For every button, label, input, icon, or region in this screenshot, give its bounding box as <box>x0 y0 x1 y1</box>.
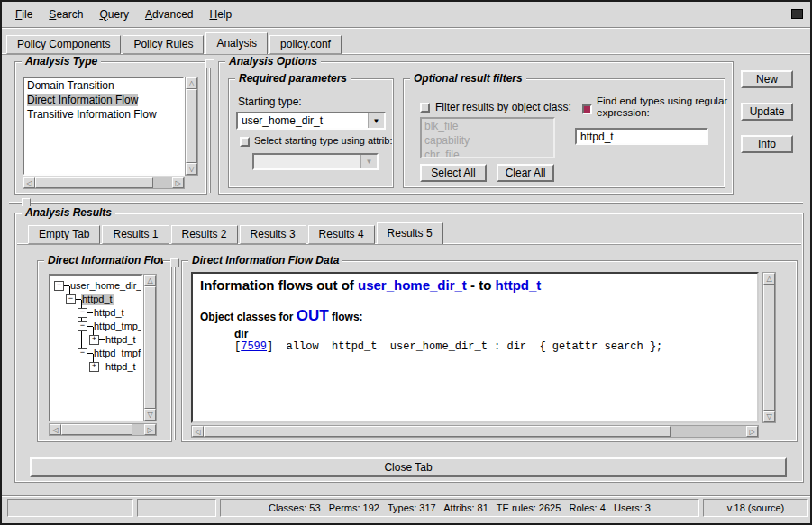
menu-item-advanced[interactable]: Advanced <box>137 5 201 23</box>
flow-data-vscrollbar[interactable]: △ ▽ <box>762 272 776 423</box>
tree-node-label[interactable]: httpd_t <box>93 307 125 319</box>
menu-item-help[interactable]: Help <box>201 5 240 23</box>
analysis-results-title: Analysis Results <box>22 206 115 219</box>
collapse-icon[interactable]: − <box>78 348 87 358</box>
info-button[interactable]: Info <box>741 135 793 153</box>
collapse-icon[interactable]: − <box>54 281 64 291</box>
tree-node-label[interactable]: httpd_tmp_t <box>93 321 143 332</box>
scroll-left-icon[interactable]: ◁ <box>23 177 35 188</box>
scroll-thumb[interactable] <box>186 89 197 163</box>
results-tab-results-1[interactable]: Results 1 <box>102 225 169 244</box>
regex-input[interactable]: httpd_t <box>575 128 708 145</box>
scroll-left-icon[interactable]: ◁ <box>192 426 204 437</box>
scroll-right-icon[interactable]: ▷ <box>172 177 184 188</box>
scroll-track[interactable] <box>186 89 197 163</box>
top-pane-sash-handle[interactable] <box>205 59 214 68</box>
analysis-type-hscrollbar[interactable]: ◁ ▷ <box>23 177 185 189</box>
analysis-type-listbox[interactable]: Domain TransitionDirect Information Flow… <box>23 77 185 176</box>
flow-header: Information flows out of user_home_dir_t… <box>200 277 750 293</box>
tab-policy-conf[interactable]: policy.conf <box>269 35 342 54</box>
results-tab-empty-tab[interactable]: Empty Tab <box>28 225 100 244</box>
flow-tree-hscrollbar[interactable]: ◁ ▷ <box>49 423 157 436</box>
analysis-type-vscrollbar[interactable]: △ ▽ <box>185 77 198 176</box>
flow-sash[interactable] <box>174 260 176 440</box>
attrib-combobox-value <box>254 155 360 168</box>
regex-checkbox-label[interactable]: Find end types using regular expression: <box>597 95 728 119</box>
analysis-results-group: Analysis Results Empty TabResults 1Resul… <box>14 213 804 483</box>
scroll-down-icon[interactable]: ▽ <box>186 163 197 175</box>
regex-checkbox[interactable] <box>582 104 592 114</box>
scroll-thumb[interactable] <box>763 285 775 411</box>
tree-row: −httpd_t <box>52 306 141 320</box>
attrib-combobox: ▼ <box>252 153 379 170</box>
scroll-thumb[interactable] <box>35 177 153 188</box>
tree-row: −httpd_tmpfs_ <box>52 347 141 360</box>
scroll-down-icon[interactable]: ▽ <box>763 411 775 422</box>
scroll-up-icon[interactable]: △ <box>763 273 775 285</box>
tree-node-label[interactable]: httpd_t <box>105 361 137 373</box>
flow-tree[interactable]: −user_home_dir_t−httpd_t−httpd_t−httpd_t… <box>49 274 143 421</box>
attrib-checkbox[interactable] <box>240 137 250 147</box>
rule-number-link[interactable]: 7599 <box>241 340 267 353</box>
tab-analysis[interactable]: Analysis <box>205 32 268 54</box>
scroll-thumb[interactable] <box>204 426 671 437</box>
chevron-down-icon[interactable]: ▼ <box>368 113 384 128</box>
tree-node-label[interactable]: httpd_t <box>81 294 114 305</box>
scroll-down-icon[interactable]: ▽ <box>144 409 156 421</box>
scroll-thumb[interactable] <box>144 286 156 409</box>
object-class-item-blk-file: blk_file <box>422 119 553 133</box>
scroll-right-icon[interactable]: ▷ <box>144 424 156 435</box>
starting-type-combobox[interactable]: user_home_dir_t ▼ <box>236 112 386 130</box>
flow-data-text[interactable]: Information flows out of user_home_dir_t… <box>191 272 759 423</box>
flow-sash-handle[interactable] <box>170 258 179 267</box>
scroll-track[interactable] <box>204 426 746 437</box>
scroll-track[interactable] <box>144 286 156 409</box>
results-tab-results-3[interactable]: Results 3 <box>240 225 306 244</box>
flow-tree-canvas: −user_home_dir_t−httpd_t−httpd_t−httpd_t… <box>52 279 141 420</box>
tree-node-label[interactable]: user_home_dir_t <box>69 280 143 292</box>
scroll-thumb[interactable] <box>61 424 132 435</box>
clear-all-button[interactable]: Clear All <box>497 164 554 182</box>
analysis-type-item-direct-information-flow[interactable]: Direct Information Flow <box>24 93 183 107</box>
scroll-track[interactable] <box>35 177 172 188</box>
update-button[interactable]: Update <box>741 103 793 121</box>
flow-data-hscrollbar[interactable]: ◁ ▷ <box>191 425 759 438</box>
object-class-item-chr-file: chr_file <box>422 148 553 158</box>
menu-item-query[interactable]: Query <box>91 5 137 23</box>
object-class-checkbox-label[interactable]: Filter results by object class: <box>435 101 571 113</box>
flow-direction-label: OUT <box>297 307 329 324</box>
scroll-track[interactable] <box>763 285 775 411</box>
close-tab-button[interactable]: Close Tab <box>30 457 787 477</box>
flow-target-type: httpd_t <box>496 277 542 293</box>
scroll-left-icon[interactable]: ◁ <box>50 424 61 435</box>
scroll-up-icon[interactable]: △ <box>186 77 197 89</box>
tab-policy-rules[interactable]: Policy Rules <box>123 35 204 54</box>
results-tab-results-4[interactable]: Results 4 <box>308 225 375 244</box>
tab-policy-components[interactable]: Policy Components <box>6 35 121 54</box>
expand-icon[interactable]: + <box>89 362 99 372</box>
menu-item-file[interactable]: File <box>7 5 41 23</box>
scroll-right-icon[interactable]: ▷ <box>746 426 758 437</box>
analysis-options-group: Analysis Options Required parameters Sta… <box>218 61 734 195</box>
collapse-icon[interactable]: − <box>78 308 87 318</box>
new-button[interactable]: New <box>741 70 793 88</box>
attrib-checkbox-label[interactable]: Select starting type using attrib: <box>254 135 392 146</box>
tree-node-label[interactable]: httpd_t <box>105 334 137 346</box>
menu-item-search[interactable]: Search <box>41 5 91 23</box>
object-class-checkbox[interactable] <box>420 103 430 113</box>
collapse-icon[interactable]: − <box>66 294 76 304</box>
results-pane-sash[interactable] <box>9 202 803 204</box>
collapse-icon[interactable]: − <box>78 321 87 331</box>
analysis-type-item-transitive-information-flow[interactable]: Transitive Information Flow <box>24 107 183 122</box>
expand-icon[interactable]: + <box>89 335 99 345</box>
results-tab-results-2[interactable]: Results 2 <box>171 225 238 244</box>
flow-tree-vscrollbar[interactable]: △ ▽ <box>143 274 157 421</box>
select-all-button[interactable]: Select All <box>420 164 487 182</box>
scroll-track[interactable] <box>61 424 144 435</box>
results-tab-results-5[interactable]: Results 5 <box>377 222 443 244</box>
info-button-label: Info <box>758 138 776 150</box>
tree-node-label[interactable]: httpd_tmpfs_ <box>93 348 143 359</box>
top-pane-sash[interactable] <box>209 59 211 193</box>
scroll-up-icon[interactable]: △ <box>144 275 156 286</box>
analysis-type-item-domain-transition[interactable]: Domain Transition <box>24 78 183 93</box>
